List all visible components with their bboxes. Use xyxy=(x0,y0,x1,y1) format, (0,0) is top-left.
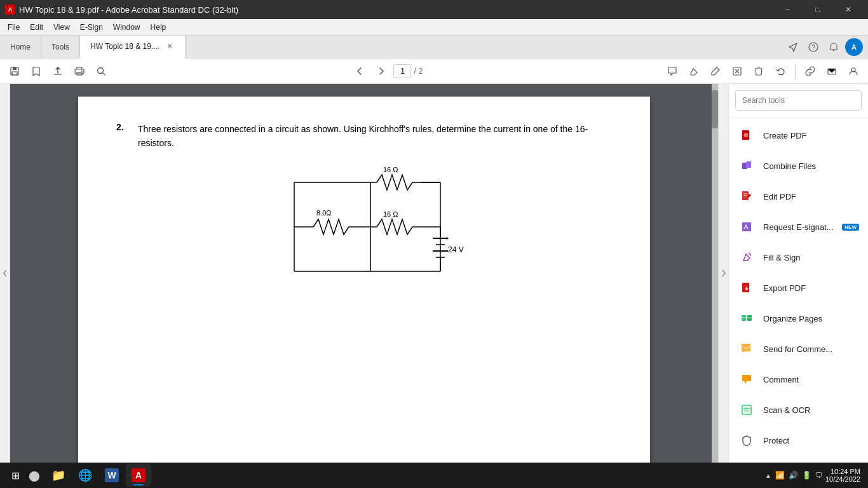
svg-point-8 xyxy=(98,67,104,73)
comment-icon xyxy=(738,370,756,388)
clock-date: 10/24/2022 xyxy=(825,475,860,483)
markup-button[interactable] xyxy=(728,62,747,81)
start-icon: ⊞ xyxy=(11,470,20,482)
svg-text:16 Ω: 16 Ω xyxy=(383,210,398,218)
help-icon[interactable]: ? xyxy=(804,38,822,56)
menu-edit[interactable]: Edit xyxy=(25,21,48,34)
tool-item-combine-files[interactable]: Combine Files xyxy=(729,151,868,181)
export-pdf-icon xyxy=(738,279,756,297)
taskbar-system-icons: ▲ 📶 🔊 🔋 🗨 xyxy=(765,471,823,480)
prev-page-button[interactable] xyxy=(350,62,369,81)
tools-search-area xyxy=(729,84,868,118)
taskbar-search[interactable]: ⬤ xyxy=(29,464,39,487)
highlight-button[interactable] xyxy=(684,62,703,81)
menu-help[interactable]: Help xyxy=(146,21,172,34)
network-icon[interactable]: 📶 xyxy=(775,471,785,480)
svg-text:?: ? xyxy=(811,44,815,51)
create-pdf-label: Create PDF xyxy=(763,131,859,140)
tool-item-scan-ocr[interactable]: Scan & OCR xyxy=(729,395,868,425)
undo-button[interactable] xyxy=(771,62,790,81)
menu-file[interactable]: File xyxy=(3,21,25,34)
fill-sign-label: Fill & Sign xyxy=(763,253,859,262)
left-panel-toggle[interactable] xyxy=(0,84,10,463)
tool-item-request-esign[interactable]: Request E-signat...NEW xyxy=(729,212,868,242)
email-button[interactable] xyxy=(822,62,841,81)
organize-pages-icon xyxy=(738,309,756,327)
comment-label: Comment xyxy=(763,375,859,384)
question-number: 2. xyxy=(116,122,132,151)
right-panel-toggle[interactable] xyxy=(718,84,728,463)
main-area: 2. Three resistors are connected in a ci… xyxy=(0,84,868,463)
organize-pages-label: Organize Pages xyxy=(763,314,859,323)
tool-item-more-tools[interactable]: More Tools xyxy=(729,456,868,463)
tab-close-button[interactable]: ✕ xyxy=(165,41,175,51)
tool-item-fill-sign[interactable]: Fill & Sign xyxy=(729,242,868,273)
user-avatar[interactable]: A xyxy=(845,38,863,56)
tools-panel: Create PDFCombine FilesEdit PDFRequest E… xyxy=(728,84,868,463)
taskbar-clock[interactable]: 10:24 PM 10/24/2022 xyxy=(825,468,860,483)
next-page-button[interactable] xyxy=(372,62,391,81)
tool-item-create-pdf[interactable]: Create PDF xyxy=(729,120,868,151)
toolbar-right xyxy=(663,62,863,81)
taskbar-right: ▲ 📶 🔊 🔋 🗨 10:24 PM 10/24/2022 xyxy=(765,468,865,483)
combine-files-icon xyxy=(738,157,756,175)
account-button[interactable] xyxy=(844,62,863,81)
system-tray-expand[interactable]: ▲ xyxy=(765,472,771,479)
action-center-icon[interactable]: 🗨 xyxy=(815,471,823,480)
menu-bar: File Edit View E-Sign Window Help xyxy=(0,19,868,36)
circuit-diagram: 8.0Ω 16 Ω 16 Ω xyxy=(243,163,485,290)
close-button[interactable]: ✕ xyxy=(834,0,863,19)
svg-text:8.0Ω: 8.0Ω xyxy=(316,209,332,217)
delete-button[interactable] xyxy=(749,62,768,81)
menu-view[interactable]: View xyxy=(48,21,75,34)
window-title: HW Topic 18 & 19.pdf - Adobe Acrobat Sta… xyxy=(19,5,238,15)
link-button[interactable] xyxy=(801,62,820,81)
svg-rect-43 xyxy=(746,161,751,168)
tools-search-input[interactable] xyxy=(735,90,862,111)
send-for-comment-icon xyxy=(738,340,756,358)
scan-ocr-label: Scan & OCR xyxy=(763,405,859,415)
tool-item-organize-pages[interactable]: Organize Pages xyxy=(729,303,868,334)
tools-list: Create PDFCombine FilesEdit PDFRequest E… xyxy=(729,118,868,463)
export-pdf-label: Export PDF xyxy=(763,283,859,293)
save-button[interactable] xyxy=(5,62,24,81)
send-for-comment-label: Send for Comme... xyxy=(763,344,859,354)
notification-icon[interactable] xyxy=(825,38,843,56)
title-bar: A HW Topic 18 & 19.pdf - Adobe Acrobat S… xyxy=(0,0,868,19)
tool-item-comment[interactable]: Comment xyxy=(729,364,868,395)
taskbar-explorer[interactable]: 📁 xyxy=(46,464,71,487)
minimize-button[interactable]: – xyxy=(773,0,802,19)
sound-icon[interactable]: 🔊 xyxy=(789,471,798,480)
restore-button[interactable]: □ xyxy=(803,0,832,19)
share-icon[interactable] xyxy=(784,38,802,56)
tab-tools[interactable]: Tools xyxy=(41,36,80,58)
find-button[interactable] xyxy=(92,62,111,81)
tool-item-edit-pdf[interactable]: Edit PDF xyxy=(729,181,868,212)
svg-line-9 xyxy=(103,72,105,75)
menu-esign[interactable]: E-Sign xyxy=(75,21,108,34)
window-controls: – □ ✕ xyxy=(773,0,863,19)
scan-ocr-icon xyxy=(738,401,756,419)
start-button[interactable]: ⊞ xyxy=(3,464,28,487)
page-number-input[interactable]: 1 xyxy=(393,64,411,78)
tool-item-send-for-comment[interactable]: Send for Comme... xyxy=(729,334,868,364)
taskbar-acrobat[interactable]: A xyxy=(126,464,151,487)
edge-icon: 🌐 xyxy=(78,468,92,482)
tool-item-export-pdf[interactable]: Export PDF xyxy=(729,273,868,303)
word-icon: W xyxy=(105,468,119,482)
print-button[interactable] xyxy=(70,62,89,81)
tab-doc[interactable]: HW Topic 18 & 19.... ✕ xyxy=(80,36,186,58)
battery-icon[interactable]: 🔋 xyxy=(802,471,811,480)
svg-text:24 V: 24 V xyxy=(448,245,464,254)
menu-window[interactable]: Window xyxy=(108,21,146,34)
pdf-area: 2. Three resistors are connected in a ci… xyxy=(10,84,718,463)
draw-button[interactable] xyxy=(706,62,725,81)
tab-home[interactable]: Home xyxy=(0,36,41,58)
upload-button[interactable] xyxy=(48,62,67,81)
acrobat-icon: A xyxy=(132,468,146,482)
tool-item-protect[interactable]: Protect xyxy=(729,425,868,456)
taskbar-edge[interactable]: 🌐 xyxy=(72,464,98,487)
comment-button[interactable] xyxy=(663,62,682,81)
taskbar-word[interactable]: W xyxy=(99,464,125,487)
bookmark-button[interactable] xyxy=(27,62,46,81)
